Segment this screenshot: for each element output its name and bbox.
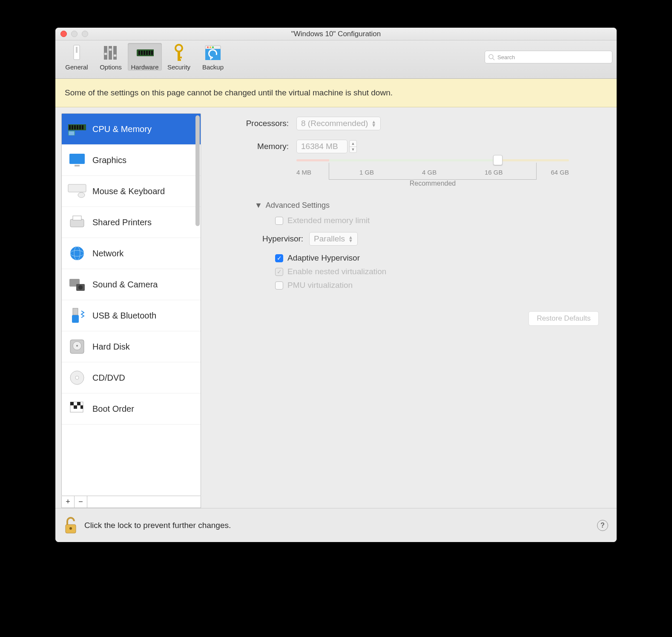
titlebar: "Windows 10" Configuration [55, 28, 617, 40]
sidebar-item-cpu-memory[interactable]: CPU & Memory [62, 114, 201, 145]
svg-rect-31 [79, 125, 81, 129]
footer: Click the lock to prevent further change… [55, 508, 617, 542]
tab-general[interactable]: General [60, 43, 94, 71]
svg-rect-3 [109, 46, 112, 60]
sidebar-item-usb-bluetooth[interactable]: USB & Bluetooth [62, 300, 201, 331]
svg-rect-47 [72, 315, 79, 323]
sidebar-item-mouse-keyboard[interactable]: Mouse & Keyboard [62, 176, 201, 207]
svg-rect-36 [68, 184, 86, 192]
printer-icon [68, 213, 86, 232]
svg-rect-12 [146, 51, 148, 55]
svg-rect-56 [74, 405, 77, 409]
processors-label: Processors: [212, 119, 289, 128]
svg-rect-23 [205, 49, 221, 60]
tab-backup[interactable]: Backup [196, 43, 230, 71]
config-window: "Windows 10" Configuration General Optio… [55, 28, 617, 542]
hypervisor-label: Hypervisor: [262, 234, 303, 244]
memory-slider[interactable]: 4 MB 1 GB 4 GB 16 GB 64 GB Recommended [296, 157, 569, 188]
svg-rect-17 [178, 57, 182, 58]
sidebar-add-remove: + − [61, 496, 201, 508]
window-title: "Windows 10" Configuration [55, 30, 617, 38]
svg-rect-35 [75, 165, 80, 166]
harddisk-icon [68, 337, 86, 356]
backup-icon [204, 44, 222, 62]
svg-rect-16 [178, 51, 180, 60]
network-icon [68, 244, 86, 263]
disclosure-triangle-icon: ▼ [255, 201, 262, 210]
sidebar-item-network[interactable]: Network [62, 238, 201, 269]
svg-rect-27 [69, 125, 71, 129]
svg-point-37 [78, 192, 85, 198]
add-button[interactable]: + [62, 496, 75, 508]
svg-point-60 [69, 527, 72, 530]
sidebar-item-shared-printers[interactable]: Shared Printers [62, 207, 201, 238]
extended-memory-checkbox: Extended memory limit [275, 216, 603, 225]
lock-open-icon[interactable] [64, 517, 78, 534]
pmu-virtualization-checkbox: PMU virtualization [275, 281, 603, 290]
sidebar-item-sound-camera[interactable]: Sound & Camera [62, 269, 201, 300]
memory-label: Memory: [212, 142, 289, 151]
remove-button[interactable]: − [75, 496, 87, 508]
svg-point-45 [78, 285, 83, 290]
tab-security[interactable]: Security [162, 43, 196, 71]
svg-rect-10 [141, 51, 143, 55]
svg-point-21 [210, 46, 211, 48]
processors-select[interactable]: 8 (Recommended) ▲▼ [296, 117, 381, 130]
recommended-label: Recommended [296, 180, 569, 187]
tab-options[interactable]: Options [94, 43, 128, 71]
checkbox-icon [275, 281, 283, 290]
svg-point-50 [76, 345, 78, 347]
memory-stepper[interactable]: ▲▼ [349, 140, 357, 153]
svg-rect-9 [138, 51, 140, 55]
svg-rect-32 [82, 125, 83, 129]
tab-hardware[interactable]: Hardware [128, 43, 162, 71]
sidebar-item-cd-dvd[interactable]: CD/DVD [62, 362, 201, 393]
monitor-icon [68, 151, 86, 169]
svg-line-25 [493, 58, 494, 60]
updown-icon: ▲▼ [348, 235, 353, 242]
svg-rect-34 [69, 154, 85, 164]
svg-rect-14 [151, 51, 153, 55]
sound-icon [68, 275, 86, 294]
checkbox-checked-disabled-icon: ✓ [275, 268, 283, 276]
adaptive-hypervisor-checkbox[interactable]: ✓ Adaptive Hypervisor [275, 253, 603, 263]
ram-icon [68, 120, 86, 138]
sidebar-item-graphics[interactable]: Graphics [62, 145, 201, 176]
svg-point-22 [212, 46, 214, 48]
advanced-settings-toggle[interactable]: ▼ Advanced Settings [255, 201, 603, 210]
chevron-down-icon: ▼ [350, 147, 356, 153]
restore-defaults-button[interactable]: Restore Defaults [528, 311, 599, 326]
search-icon [488, 54, 495, 60]
search-input[interactable]: Search [485, 51, 612, 63]
sidebar-scrollbar[interactable] [195, 115, 200, 226]
hypervisor-select[interactable]: Parallels ▲▼ [309, 232, 358, 246]
slider-knob[interactable] [493, 155, 503, 165]
checkbox-checked-icon: ✓ [275, 254, 283, 262]
general-icon [68, 44, 86, 62]
svg-rect-1 [76, 47, 78, 53]
disc-icon [68, 368, 86, 387]
traffic-lights [60, 31, 88, 37]
minimize-icon [71, 31, 78, 37]
close-icon[interactable] [60, 31, 67, 37]
usb-icon [68, 306, 86, 325]
checkbox-icon [275, 217, 283, 225]
hardware-list: CPU & Memory Graphics Mouse & Keyboard S… [61, 113, 201, 496]
lock-text: Click the lock to prevent further change… [84, 521, 231, 530]
svg-rect-29 [74, 125, 76, 129]
svg-rect-38 [70, 219, 84, 227]
nested-virtualization-checkbox: ✓ Enable nested virtualization [275, 267, 603, 276]
svg-rect-54 [70, 402, 74, 405]
sidebar-item-hard-disk[interactable]: Hard Disk [62, 331, 201, 362]
svg-rect-55 [77, 402, 80, 405]
memory-input[interactable]: 16384 MB [296, 140, 347, 153]
svg-rect-6 [109, 49, 112, 51]
updown-icon: ▲▼ [371, 120, 376, 127]
help-button[interactable]: ? [597, 520, 608, 531]
sidebar-item-boot-order[interactable]: Boot Order [62, 393, 201, 425]
svg-rect-30 [77, 125, 78, 129]
options-icon [102, 44, 120, 62]
chevron-up-icon: ▲ [350, 141, 356, 147]
hardware-icon [136, 44, 154, 62]
toolbar: General Options Hardware Security Backup [55, 40, 617, 79]
